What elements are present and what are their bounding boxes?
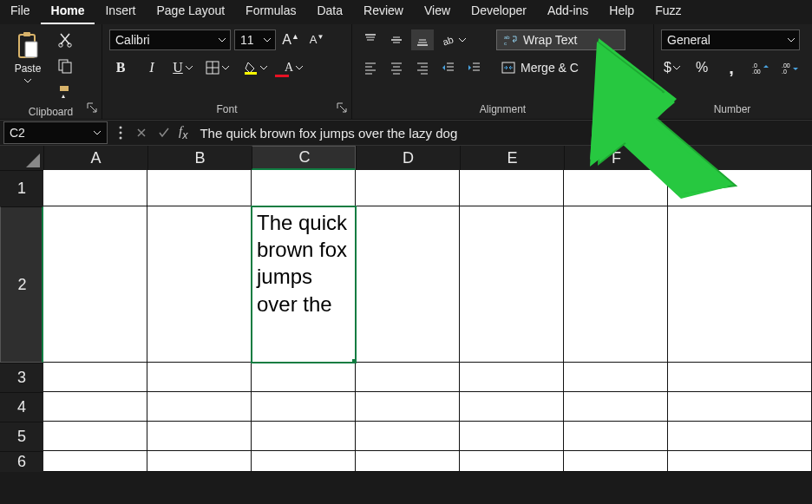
font-size-select[interactable]: 11: [234, 29, 276, 50]
align-left-button[interactable]: [359, 57, 382, 78]
col-header-e[interactable]: E: [460, 146, 564, 170]
decrease-decimal-button[interactable]: .00.0: [779, 57, 802, 78]
tab-page-layout[interactable]: Page Layout: [146, 0, 235, 24]
merge-center-button[interactable]: Merge & C: [496, 57, 625, 78]
cell-c4[interactable]: [252, 392, 356, 422]
formula-input[interactable]: [194, 121, 812, 144]
row-header-2[interactable]: 2: [0, 206, 43, 363]
decrease-indent-button[interactable]: [437, 57, 460, 78]
cell-g1[interactable]: [668, 170, 812, 206]
col-header-a[interactable]: A: [43, 146, 147, 170]
cell-a4[interactable]: [43, 392, 147, 422]
cell-f4[interactable]: [564, 392, 668, 422]
align-middle-button[interactable]: [385, 29, 408, 50]
cell-b6[interactable]: [147, 451, 252, 472]
cell-d1[interactable]: [356, 170, 460, 206]
cell-b3[interactable]: [147, 363, 252, 392]
tab-help[interactable]: Help: [599, 0, 645, 24]
tab-review[interactable]: Review: [353, 0, 414, 24]
row-header-3[interactable]: 3: [0, 363, 43, 392]
row-header-5[interactable]: 5: [0, 422, 43, 451]
cell-a5[interactable]: [43, 422, 147, 451]
align-right-button[interactable]: [411, 57, 434, 78]
increase-font-button[interactable]: A▲: [279, 29, 302, 50]
cell-d2[interactable]: [356, 206, 460, 363]
col-header-g[interactable]: [668, 146, 812, 170]
orientation-button[interactable]: ab: [437, 29, 472, 50]
cell-e6[interactable]: [460, 451, 564, 472]
cell-g3[interactable]: [668, 363, 812, 392]
cell-b4[interactable]: [147, 392, 252, 422]
name-box[interactable]: C2: [3, 121, 108, 144]
cell-d4[interactable]: [356, 392, 460, 422]
tab-addins[interactable]: Add-ins: [537, 0, 599, 24]
cell-b1[interactable]: [147, 170, 252, 206]
tab-fuzzy[interactable]: Fuzz: [645, 0, 691, 24]
underline-button[interactable]: U: [172, 57, 194, 78]
tab-formulas[interactable]: Formulas: [235, 0, 306, 24]
row-header-6[interactable]: 6: [0, 451, 43, 472]
cell-f2[interactable]: [564, 206, 668, 363]
decrease-font-button[interactable]: A▼: [305, 29, 328, 50]
col-header-b[interactable]: B: [147, 146, 252, 170]
align-bottom-button[interactable]: [411, 29, 434, 50]
dialog-launcher-icon[interactable]: [86, 101, 98, 114]
cell-a1[interactable]: [43, 170, 147, 206]
cells-area[interactable]: The quick brown fox jumps over the: [43, 170, 812, 472]
col-header-d[interactable]: D: [356, 146, 460, 170]
cell-d5[interactable]: [356, 422, 460, 451]
dialog-launcher-icon[interactable]: [336, 101, 348, 114]
col-header-f[interactable]: F: [564, 146, 668, 170]
number-format-select[interactable]: General: [661, 29, 800, 50]
enter-formula-button[interactable]: [153, 121, 175, 144]
paste-button[interactable]: Paste: [7, 29, 49, 85]
borders-button[interactable]: [203, 57, 232, 78]
cell-f3[interactable]: [564, 363, 668, 392]
comma-format-button[interactable]: ,: [720, 57, 743, 78]
italic-button[interactable]: I: [141, 57, 163, 78]
cell-b2[interactable]: [147, 206, 252, 363]
align-center-button[interactable]: [385, 57, 408, 78]
accounting-format-button[interactable]: $: [661, 57, 684, 78]
cell-g6[interactable]: [668, 451, 812, 472]
tab-developer[interactable]: Developer: [461, 0, 537, 24]
fx-icon[interactable]: fx: [179, 124, 187, 141]
tab-insert[interactable]: Insert: [95, 0, 146, 24]
row-header-1[interactable]: 1: [0, 170, 43, 206]
cell-c2[interactable]: The quick brown fox jumps over the: [252, 206, 356, 363]
fill-color-button[interactable]: [241, 57, 271, 78]
cell-a2[interactable]: [43, 206, 147, 363]
cut-button[interactable]: [54, 29, 76, 50]
cell-a6[interactable]: [43, 451, 147, 472]
cell-c3[interactable]: [252, 363, 356, 392]
cell-a3[interactable]: [43, 363, 147, 392]
cell-g2[interactable]: [668, 206, 812, 363]
font-name-select[interactable]: Calibri: [109, 29, 231, 50]
tab-file[interactable]: File: [0, 0, 41, 24]
copy-button[interactable]: [54, 56, 76, 76]
row-header-4[interactable]: 4: [0, 392, 43, 422]
cell-b5[interactable]: [147, 422, 252, 451]
cell-c6[interactable]: [252, 451, 356, 472]
fill-handle[interactable]: [352, 359, 356, 363]
cell-e4[interactable]: [460, 392, 564, 422]
col-header-c[interactable]: C: [252, 146, 356, 170]
wrap-text-button[interactable]: abc Wrap Text: [496, 29, 625, 50]
cell-d6[interactable]: [356, 451, 460, 472]
cell-e2[interactable]: [460, 206, 564, 363]
font-color-button[interactable]: A: [279, 57, 309, 78]
cell-d3[interactable]: [356, 363, 460, 392]
cell-f1[interactable]: [564, 170, 668, 206]
cell-c5[interactable]: [252, 422, 356, 451]
cell-g5[interactable]: [668, 422, 812, 451]
cell-f6[interactable]: [564, 451, 668, 472]
format-painter-button[interactable]: [54, 82, 76, 102]
cell-c1[interactable]: [252, 170, 356, 206]
bold-button[interactable]: B: [109, 57, 132, 78]
cell-e5[interactable]: [460, 422, 564, 451]
increase-decimal-button[interactable]: .0.00: [750, 57, 772, 78]
tab-home[interactable]: Home: [41, 0, 95, 24]
cell-g4[interactable]: [668, 392, 812, 422]
increase-indent-button[interactable]: [463, 57, 486, 78]
tab-view[interactable]: View: [414, 0, 461, 24]
